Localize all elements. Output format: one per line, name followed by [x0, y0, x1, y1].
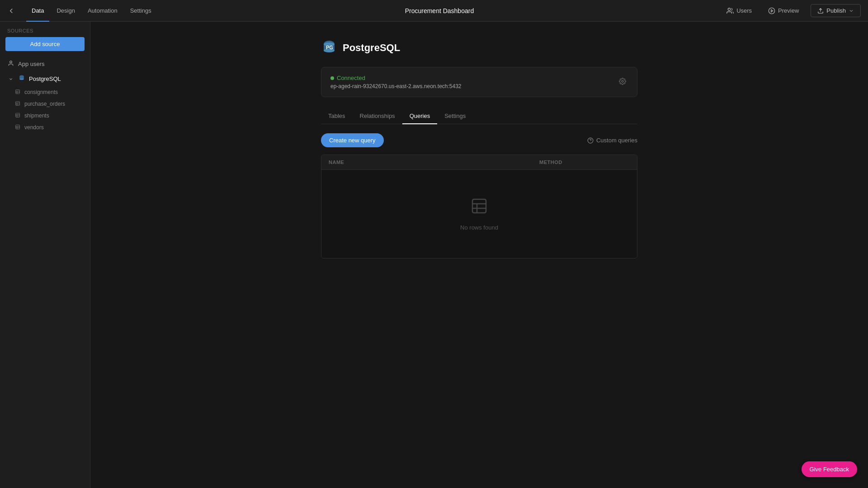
add-source-button[interactable]: Add source	[5, 37, 85, 51]
tab-design[interactable]: Design	[51, 4, 80, 18]
main-layout: Sources Add source App users	[0, 22, 868, 488]
pg-panel-title: PostgreSQL	[343, 42, 400, 54]
preview-label: Preview	[778, 7, 799, 14]
tab-automation[interactable]: Automation	[82, 4, 123, 18]
postgresql-panel: PG PostgreSQL Connected ep-aged-rain-932…	[321, 40, 637, 258]
tab-panel-settings[interactable]: Settings	[437, 108, 473, 124]
back-button[interactable]	[7, 7, 15, 15]
empty-text: No rows found	[460, 224, 498, 231]
svg-rect-20	[16, 125, 20, 129]
svg-rect-8	[16, 90, 20, 94]
status-dot	[330, 76, 334, 80]
nav-right: Users Preview Publish	[722, 4, 861, 17]
sidebar-subitem-vendors[interactable]: vendors	[2, 122, 88, 133]
connection-info: Connected ep-aged-rain-93242670.us-east-…	[330, 75, 462, 89]
connection-settings-button[interactable]	[617, 76, 628, 89]
table-empty-state: No rows found	[321, 170, 637, 258]
empty-table-icon	[470, 197, 488, 219]
sidebar-subitem-purchase-orders-label: purchase_orders	[24, 101, 65, 107]
queries-toolbar: Create new query Custom queries	[321, 133, 637, 147]
sidebar-item-postgresql[interactable]: PostgreSQL	[2, 72, 88, 86]
custom-queries-label: Custom queries	[596, 137, 637, 144]
connection-status: Connected	[330, 75, 462, 81]
users-label: Users	[736, 7, 752, 14]
gear-icon	[619, 78, 626, 85]
help-circle-icon	[587, 137, 594, 144]
sidebar-subitem-shipments-label: shipments	[24, 113, 49, 119]
table-icon-shipments	[14, 113, 21, 119]
tab-settings[interactable]: Settings	[125, 4, 157, 18]
app-title: Procurement Dashboard	[405, 7, 474, 14]
users-icon	[726, 7, 734, 14]
tab-relationships[interactable]: Relationships	[353, 108, 402, 124]
nav-center: Procurement Dashboard	[157, 7, 722, 14]
svg-point-1	[769, 8, 774, 14]
col-name-header: NAME	[329, 160, 539, 165]
tab-tables[interactable]: Tables	[321, 108, 353, 124]
top-navigation: Data Design Automation Settings Procurem…	[0, 0, 868, 22]
sidebar-subitem-consignments[interactable]: consignments	[2, 87, 88, 98]
sidebar-subitem-vendors-label: vendors	[24, 124, 44, 131]
give-feedback-button[interactable]: Give Feedback	[802, 461, 857, 477]
chevron-down-icon	[849, 8, 854, 14]
pg-panel-header: PG PostgreSQL	[321, 40, 637, 56]
sidebar: Sources Add source App users	[0, 22, 90, 488]
postgresql-logo: PG	[321, 40, 337, 56]
tab-queries[interactable]: Queries	[402, 108, 438, 124]
svg-point-7	[19, 79, 24, 80]
queries-table: NAME METHOD No rows found	[321, 155, 637, 258]
status-text: Connected	[337, 75, 365, 81]
app-users-icon	[7, 60, 14, 68]
publish-label: Publish	[826, 7, 846, 14]
postgresql-icon	[18, 75, 25, 83]
svg-point-29	[622, 80, 623, 82]
sidebar-item-postgresql-label: PostgreSQL	[29, 75, 61, 82]
table-header: NAME METHOD	[321, 155, 637, 170]
svg-point-0	[728, 8, 730, 10]
panel-tabs-bar: Tables Relationships Queries Settings	[321, 108, 637, 124]
sidebar-subitem-purchase-orders[interactable]: purchase_orders	[2, 99, 88, 109]
svg-rect-12	[16, 102, 20, 106]
sources-section-label: Sources	[0, 22, 90, 37]
create-new-query-button[interactable]: Create new query	[321, 133, 384, 147]
sidebar-item-app-users[interactable]: App users	[2, 57, 88, 71]
svg-rect-16	[16, 113, 20, 117]
publish-button[interactable]: Publish	[811, 4, 861, 17]
preview-button[interactable]: Preview	[764, 5, 803, 17]
chevron-right-icon	[7, 75, 14, 83]
nav-tabs: Data Design Automation Settings	[26, 4, 157, 18]
users-button[interactable]: Users	[722, 5, 756, 17]
svg-point-4	[10, 61, 12, 63]
table-icon-purchase-orders	[14, 101, 21, 107]
svg-marker-2	[771, 9, 773, 12]
nav-left: Data Design Automation Settings	[7, 4, 157, 18]
preview-icon	[768, 7, 775, 14]
custom-queries-link[interactable]: Custom queries	[587, 137, 637, 144]
col-method-header: METHOD	[539, 160, 630, 165]
tab-data[interactable]: Data	[26, 4, 49, 18]
connection-card: Connected ep-aged-rain-93242670.us-east-…	[321, 67, 637, 97]
sidebar-item-app-users-label: App users	[18, 61, 45, 67]
connection-host: ep-aged-rain-93242670.us-east-2.aws.neon…	[330, 83, 462, 89]
svg-text:PG: PG	[326, 45, 333, 50]
sidebar-subitem-consignments-label: consignments	[24, 89, 58, 95]
content-area: PG PostgreSQL Connected ep-aged-rain-932…	[90, 22, 868, 488]
sidebar-subitem-shipments[interactable]: shipments	[2, 110, 88, 121]
table-icon-vendors	[14, 124, 21, 131]
svg-rect-32	[472, 199, 486, 213]
table-icon-consignments	[14, 89, 21, 95]
publish-icon	[817, 8, 824, 14]
